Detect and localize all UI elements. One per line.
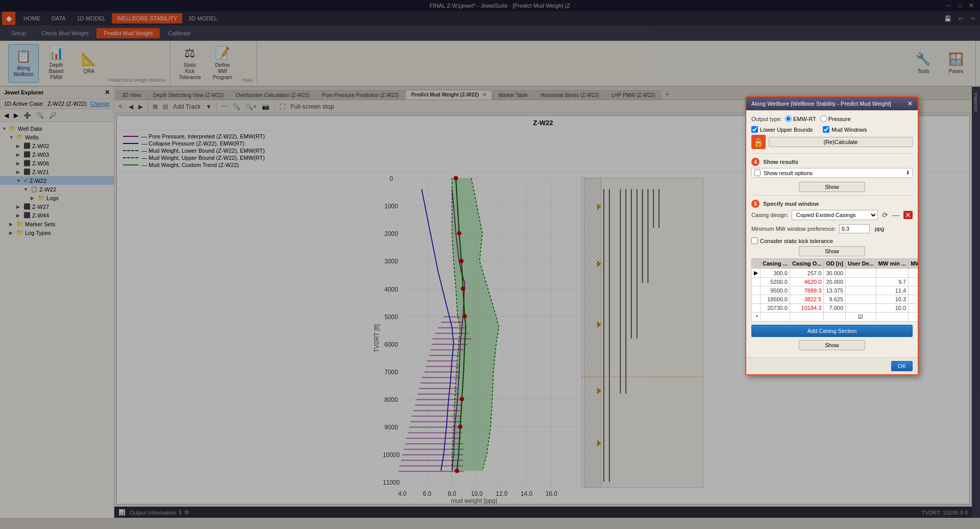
min-mw-input[interactable]	[839, 224, 870, 233]
casing-row-2-mwmin: 11.4	[876, 286, 908, 295]
static-kick-checkbox[interactable]	[751, 237, 758, 244]
casing-row-1-mwmin: 9.7	[876, 278, 908, 286]
casing-row-0-user	[846, 269, 876, 278]
divider-1	[751, 153, 913, 154]
modal-close-btn[interactable]: ✕	[908, 100, 913, 107]
casing-row-2-mwmax: 13.6	[909, 286, 918, 295]
recalculate-btn[interactable]: (Re)Calculate	[769, 137, 913, 147]
casing-row-0-mwmin	[876, 269, 908, 278]
show-result-options-checkbox[interactable]	[754, 170, 761, 176]
casing-row-3-user	[846, 295, 876, 304]
modal-body: Output type: EMW-RT Pressure Lower Upper…	[746, 110, 918, 357]
casing-table: Casing ... Casing O... OD [n] User De...…	[751, 258, 918, 322]
casing-row-new-mwmin	[876, 312, 908, 322]
casing-row-2-od-top: 7889.3	[790, 286, 823, 295]
modal-header: Along Wellbore [Wellbore Stability - Pre…	[746, 97, 918, 110]
casing-row-2-arrow	[752, 286, 761, 295]
col-od: OD [n]	[824, 259, 846, 269]
min-mw-row: Minimum MW window preference: ppg	[751, 224, 913, 233]
casing-row-2-top: 9500.0	[761, 286, 790, 295]
min-mw-unit: ppg	[875, 226, 884, 232]
show-result-options-label: Show result options	[764, 170, 902, 176]
casing-row-3-arrow	[752, 295, 761, 304]
casing-row-2[interactable]: 9500.0 7889.3 13.375 11.4 13.6	[752, 286, 918, 295]
mud-windows-checkbox[interactable]	[823, 126, 829, 133]
casing-row-4-arrow	[752, 304, 761, 312]
casing-row-new[interactable]: * ☑	[752, 312, 918, 322]
divider-2	[751, 195, 913, 196]
col-mw-min: MW min ...	[876, 259, 908, 269]
casing-row-0-od: 30.000	[824, 269, 846, 278]
casing-table-header: Casing ... Casing O... OD [n] User De...…	[752, 259, 918, 269]
casing-design-select[interactable]: Copied Existed Casings	[792, 210, 878, 220]
lower-upper-bounds-row: Lower Upper Bounds Mud Windows	[751, 126, 913, 133]
casing-row-1-mwmax: 11.2	[909, 278, 918, 286]
casing-row-new-user: ☑	[846, 312, 876, 322]
casing-row-4-mwmin: 10.0	[876, 304, 908, 312]
casing-row-1-arrow	[752, 278, 761, 286]
casing-row-4-user	[846, 304, 876, 312]
casing-row-0[interactable]: ▶ 300.0 257.0 30.000	[752, 269, 918, 278]
output-type-row: Output type: EMW-RT Pressure	[751, 115, 913, 122]
output-type-label: Output type:	[751, 116, 782, 122]
add-casing-section-btn[interactable]: Add Casing Section	[751, 325, 913, 337]
show-btn2[interactable]: Show	[799, 340, 865, 350]
casing-row-3[interactable]: 18600.0 3822.5 9.625 10.3 13.1	[752, 295, 918, 304]
modal-title: Along Wellbore [Wellbore Stability - Pre…	[751, 101, 891, 107]
casing-row-2-user	[846, 286, 876, 295]
casing-row-0-top: 300.0	[761, 269, 790, 278]
casing-row-3-od-top: 3822.5	[790, 295, 823, 304]
casing-design-edit-btn[interactable]: —	[892, 211, 899, 219]
section4-num: 4	[751, 158, 760, 166]
col-arrow	[752, 259, 761, 269]
casing-row-1-top: 5200.0	[761, 278, 790, 286]
casing-design-delete-btn[interactable]: ✕	[903, 211, 913, 219]
casing-row-1-od: 20.000	[824, 278, 846, 286]
lock-icon: 🔒	[751, 135, 766, 149]
static-kick-row: Consider static kick tolerance	[751, 237, 913, 244]
casing-design-row: Casing design: Copied Existed Casings ⟳ …	[751, 210, 913, 220]
casing-row-3-mwmax: 13.1	[909, 295, 918, 304]
show-results-btn-row: Show	[751, 182, 913, 192]
col-casing-od: Casing O...	[790, 259, 823, 269]
casing-row-new-mwmax	[909, 312, 918, 322]
casing-row-new-arrow: *	[752, 312, 761, 322]
casing-row-new-3	[824, 312, 846, 322]
radio-emwrt-label: EMW-RT	[793, 116, 816, 122]
radio-emwrt[interactable]: EMW-RT	[785, 115, 816, 122]
casing-row-2-od: 13.375	[824, 286, 846, 295]
radio-pressure[interactable]: Pressure	[820, 115, 851, 122]
show-btn2-row: Show	[751, 340, 913, 350]
show-result-options-expand[interactable]: ⬇	[905, 170, 910, 176]
output-type-radio-group: EMW-RT Pressure	[785, 115, 851, 122]
show-result-options-row: Show result options ⬇	[751, 168, 913, 178]
casing-row-0-mwmax	[909, 269, 918, 278]
show-btn-row: Show	[751, 246, 913, 256]
show-btn[interactable]: Show	[799, 246, 865, 256]
modal-footer: OK	[746, 357, 918, 374]
casing-row-4-od-top: 10184.3	[790, 304, 823, 312]
recalculate-row: 🔒 (Re)Calculate	[751, 135, 913, 149]
casing-row-0-arrow: ▶	[752, 269, 761, 278]
casing-row-4-top: 20730.0	[761, 304, 790, 312]
col-user-def: User De...	[846, 259, 876, 269]
min-mw-label: Minimum MW window preference:	[751, 226, 836, 232]
show-results-btn[interactable]: Show	[799, 182, 865, 192]
casing-row-1-od-top: 4620.0	[790, 278, 823, 286]
radio-emwrt-input[interactable]	[785, 115, 792, 122]
casing-row-3-mwmin: 10.3	[876, 295, 908, 304]
casing-row-4-mwmax: 13.0	[909, 304, 918, 312]
lower-upper-bounds-checkbox[interactable]	[751, 126, 758, 133]
casing-design-reset-btn[interactable]: ⟳	[882, 211, 888, 219]
casing-row-1[interactable]: 5200.0 4620.0 20.000 9.7 11.2	[752, 278, 918, 286]
modal-dialog: Along Wellbore [Wellbore Stability - Pre…	[745, 96, 919, 375]
lower-upper-bounds-label: Lower Upper Bounds	[760, 127, 813, 133]
section5-num: 5	[751, 200, 760, 208]
radio-pressure-label: Pressure	[828, 116, 851, 122]
mud-windows-label: Mud Windows	[831, 127, 867, 133]
casing-row-new-1	[761, 312, 790, 322]
casing-design-label: Casing design:	[751, 212, 789, 218]
radio-pressure-input[interactable]	[820, 115, 827, 122]
ok-btn[interactable]: OK	[891, 361, 913, 371]
casing-row-4[interactable]: 20730.0 10184.3 7.000 10.0 13.0	[752, 304, 918, 312]
